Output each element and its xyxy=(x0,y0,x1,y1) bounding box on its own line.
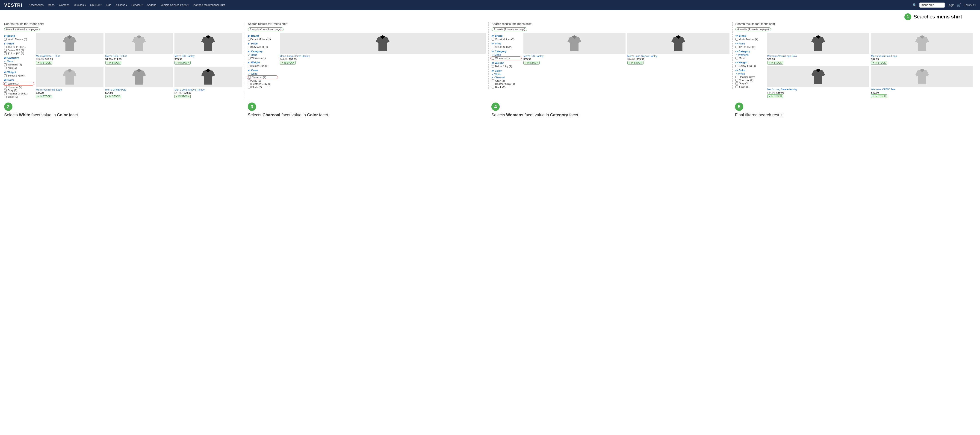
product-name[interactable]: Men's Vestri Polo Logo xyxy=(36,88,103,91)
facet-checkbox[interactable] xyxy=(248,83,251,85)
facet-checkbox[interactable] xyxy=(248,79,251,82)
nav-womens[interactable]: Womens xyxy=(59,3,69,7)
facet-item[interactable]: Black (3) xyxy=(735,85,765,88)
nav-cr550[interactable]: CR-550 ▾ xyxy=(90,3,102,7)
facet-item[interactable]: Below 1 kg (4) xyxy=(735,64,765,68)
facet-item[interactable]: White xyxy=(492,73,522,76)
facet-item[interactable]: Mens xyxy=(248,53,278,56)
facet-item[interactable]: Heather Gray xyxy=(735,75,765,79)
facet-checkbox[interactable] xyxy=(248,76,251,79)
facet-item[interactable]: Gray (2) xyxy=(4,89,34,92)
facet-checkbox[interactable] xyxy=(735,79,738,82)
search-icon[interactable]: 🔍 xyxy=(913,3,916,7)
facet-item[interactable]: Womens (3) xyxy=(4,63,34,66)
facet-item[interactable]: Mens xyxy=(4,60,34,63)
facet-item[interactable]: $25 to $50 (1) xyxy=(248,45,278,49)
facet-checkbox[interactable] xyxy=(492,46,494,48)
product-name[interactable]: Men's Grille T-Shirt xyxy=(105,55,173,57)
facet-checkbox[interactable] xyxy=(4,38,7,41)
product-name[interactable]: Women's Vestri Logo Polo xyxy=(767,55,869,57)
facet-item[interactable]: Black (2) xyxy=(248,86,278,89)
facet-checkbox[interactable] xyxy=(5,83,7,85)
facet-checkbox[interactable] xyxy=(4,52,7,55)
facet-item[interactable]: White xyxy=(248,72,278,75)
facet-item[interactable]: Below 1 kg (2) xyxy=(492,65,522,68)
facet-checkbox[interactable] xyxy=(4,64,7,66)
facet-item[interactable]: $25 to $50 (4) xyxy=(735,45,765,49)
facet-item[interactable]: White (1) xyxy=(3,82,34,86)
nav-vehicle-service[interactable]: Vehicle Service Parts ▾ xyxy=(161,3,189,7)
facet-checkbox[interactable] xyxy=(4,67,7,69)
nav-accessories[interactable]: Accessories xyxy=(29,3,44,7)
facet-checkbox[interactable] xyxy=(735,57,738,59)
search-input[interactable] xyxy=(920,3,945,8)
facet-item[interactable]: Heather Gray (1) xyxy=(4,92,34,95)
facet-item[interactable]: Heather Gray (1) xyxy=(492,82,522,86)
facet-checkbox[interactable] xyxy=(248,38,251,41)
facet-item[interactable]: Gray (3) xyxy=(735,82,765,85)
facet-item[interactable]: Below 1 kg (6) xyxy=(4,74,34,77)
facet-checkbox[interactable] xyxy=(492,65,494,68)
product-name[interactable]: Women's CR550 Tee xyxy=(871,88,973,91)
facet-item[interactable]: Charcoal (2) xyxy=(735,79,765,82)
facet-item[interactable]: Below 1 kg (1) xyxy=(248,64,278,68)
facet-checkbox[interactable] xyxy=(4,89,7,92)
facet-checkbox[interactable] xyxy=(735,38,738,41)
nav-service[interactable]: Service ▾ xyxy=(131,3,143,7)
facet-item[interactable]: $25 to $50 (2) xyxy=(492,45,522,49)
facet-item[interactable]: Charcoal (2) xyxy=(247,75,278,79)
facet-checkbox[interactable] xyxy=(248,86,251,89)
facet-checkbox[interactable] xyxy=(735,76,738,78)
facet-item[interactable]: $50 to $100 (1) xyxy=(4,45,34,49)
nav-addons[interactable]: Addons xyxy=(147,3,156,7)
facet-checkbox[interactable] xyxy=(735,46,738,48)
facet-item[interactable]: Womens (1) xyxy=(248,56,278,60)
facet-item[interactable]: Kids (1) xyxy=(4,66,34,69)
facet-checkbox[interactable] xyxy=(248,57,251,59)
facet-checkbox[interactable] xyxy=(492,86,494,89)
facet-checkbox[interactable] xyxy=(735,82,738,85)
facet-item[interactable]: Gray (2) xyxy=(492,79,522,82)
product-name[interactable]: Men's Long Sleeve Hanley xyxy=(175,88,242,91)
product-name[interactable]: Men's Vestri Polo Logo xyxy=(871,55,973,57)
facet-checkbox[interactable] xyxy=(4,75,7,77)
facet-checkbox[interactable] xyxy=(4,49,7,52)
facet-checkbox[interactable] xyxy=(4,95,7,98)
product-name[interactable]: Men's Long Sleeve Hanley xyxy=(280,55,486,57)
facet-item[interactable]: Gray (2) xyxy=(248,79,278,82)
product-name[interactable]: Men's CR550 Polo xyxy=(105,88,173,91)
facet-checkbox[interactable] xyxy=(735,65,738,67)
facet-item[interactable]: Heather Gray (1) xyxy=(248,82,278,86)
locale-selector[interactable]: En/CAD ▾ xyxy=(964,3,976,7)
facet-item[interactable]: Black (2) xyxy=(492,86,522,89)
product-name[interactable]: Men's Long Sleeve Hanley xyxy=(767,88,869,91)
facet-checkbox[interactable] xyxy=(492,79,494,82)
facet-checkbox[interactable] xyxy=(248,65,251,67)
facet-checkbox[interactable] xyxy=(248,46,251,48)
nav-mens[interactable]: Mens xyxy=(48,3,54,7)
facet-item[interactable]: Mens xyxy=(492,53,522,56)
facet-item[interactable]: Vestri Motors (4) xyxy=(735,38,765,41)
facet-item[interactable]: Charcoal (2) xyxy=(4,86,34,89)
nav-kids[interactable]: Kids xyxy=(106,3,111,7)
facet-item[interactable]: Vestri Motors (6) xyxy=(4,38,34,41)
facet-checkbox[interactable] xyxy=(735,86,738,88)
facet-item[interactable]: Charcoal xyxy=(492,76,522,79)
facet-checkbox[interactable] xyxy=(492,83,494,85)
product-name[interactable]: Men's S/S Hanley xyxy=(175,55,242,57)
facet-checkbox[interactable] xyxy=(492,57,495,60)
facet-item[interactable]: Vestri Motors (1) xyxy=(248,38,278,41)
cart-icon[interactable]: 🛒 xyxy=(957,3,961,7)
facet-checkbox[interactable] xyxy=(4,92,7,95)
facet-item[interactable]: White xyxy=(735,72,765,75)
facet-item[interactable]: Womens xyxy=(735,53,765,56)
facet-checkbox[interactable] xyxy=(492,38,494,41)
facet-item[interactable]: Womens (1) xyxy=(490,56,522,60)
facet-checkbox[interactable] xyxy=(4,86,7,89)
facet-item[interactable]: Black (2) xyxy=(4,95,34,98)
facet-item[interactable]: Mens xyxy=(735,56,765,60)
product-name[interactable]: Men's Athletic T-Shirt xyxy=(36,55,103,57)
facet-item[interactable]: $25 to $50 (3) xyxy=(4,52,34,55)
facet-item[interactable]: Below $25 (2) xyxy=(4,49,34,52)
nav-mclass[interactable]: M-Class ▾ xyxy=(73,3,86,7)
